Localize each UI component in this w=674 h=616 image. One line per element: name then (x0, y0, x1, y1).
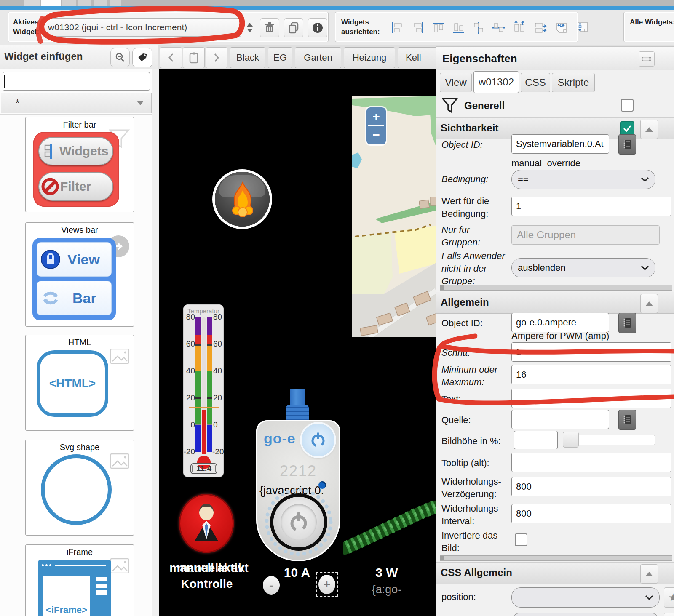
manual-control-widget[interactable] (179, 494, 234, 553)
ampere-decrement-button[interactable]: - (263, 576, 280, 595)
view-tab-garten[interactable]: Garten (295, 47, 341, 68)
selected-widget-outline[interactable]: + (316, 572, 338, 597)
distribute-horizontal-button[interactable] (512, 21, 527, 35)
bildhoehe-input[interactable] (514, 431, 558, 449)
sidebar-scroll-gutter[interactable] (152, 69, 159, 616)
css-collapse-button[interactable] (640, 564, 658, 584)
widget-card-svg-shape[interactable]: Svg shape (25, 440, 134, 536)
sichtbarkeit-checkbox[interactable] (620, 121, 634, 136)
html-preview: <HTML> (37, 350, 108, 417)
align-center-vertical-button[interactable] (472, 21, 485, 34)
view-tab-black[interactable]: Black (230, 47, 265, 68)
map-zoom-in-button[interactable]: + (366, 107, 386, 125)
same-width-button[interactable] (554, 21, 569, 35)
charger-power-led-button[interactable] (302, 424, 334, 456)
fire-button-widget[interactable] (215, 172, 270, 227)
widget-card-filter-bar[interactable]: Filter bar Widgets Filter (25, 117, 134, 212)
allgemein-collapse-button[interactable] (640, 294, 658, 313)
view-clipboard-button[interactable] (183, 47, 205, 68)
power-button-inner (281, 504, 317, 540)
copy-widget-button[interactable] (284, 18, 303, 37)
tick-label: 0 (185, 420, 195, 429)
widget-card-views-bar[interactable]: Views bar View Bar (25, 222, 134, 327)
section-resizer[interactable] (440, 555, 672, 561)
invertiere-checkbox[interactable] (515, 533, 527, 546)
align-center-horizontal-button[interactable] (492, 21, 506, 34)
next-css-button[interactable] (664, 613, 674, 616)
sidebar-header: Widget einfügen (0, 45, 158, 70)
gruppen-button[interactable]: Alle Gruppen (511, 225, 660, 245)
filter-bar-preview: Widgets Filter (33, 132, 119, 207)
widget-card-html[interactable]: HTML <HTML> (25, 335, 134, 431)
object-id1-select-button[interactable] (618, 134, 636, 155)
same-height-button[interactable] (575, 21, 590, 35)
view-canvas[interactable]: + − Temperatur 80 60 40 20 0 -20 80 60 4… (159, 69, 436, 616)
row-label: Mininum oder Maximum: (441, 363, 509, 389)
widget-card-iframe[interactable]: iFrame <iFrame> (25, 544, 134, 616)
chevron-up-icon (645, 127, 653, 132)
tooltip-input[interactable] (511, 453, 671, 472)
props-tab-skripte[interactable]: Skripte (552, 73, 595, 92)
distribute-vertical-button[interactable] (533, 21, 548, 35)
bildhoehe-slider-track[interactable] (567, 435, 655, 445)
widget-search-button[interactable] (110, 48, 130, 67)
view-tab-eg[interactable]: EG (268, 47, 292, 68)
props-tab-widget[interactable]: w01302 (473, 71, 519, 93)
bedingung-select[interactable]: == (511, 170, 655, 189)
tab-stub[interactable] (62, 0, 76, 6)
wert-input[interactable] (511, 197, 671, 216)
bildhoehe-slider-handle[interactable] (563, 432, 579, 448)
next-css-select[interactable] (511, 613, 660, 616)
tab-stub[interactable] (110, 0, 121, 6)
panel-dock-button[interactable] (639, 51, 655, 67)
interval-input[interactable] (511, 504, 671, 523)
spinner-down-icon (247, 29, 253, 32)
power-icon (309, 431, 327, 449)
view-prev-button[interactable] (160, 47, 182, 68)
tab-stub[interactable] (94, 0, 107, 6)
tab-stub[interactable] (78, 0, 91, 6)
view-tab-heizung[interactable]: Heizung (344, 47, 395, 68)
align-top-button[interactable] (431, 21, 445, 34)
thermometer-widget[interactable]: Temperatur 80 60 40 20 0 -20 80 60 40 20… (183, 304, 224, 477)
props-tab-view[interactable]: View (440, 73, 472, 92)
props-tab-css[interactable]: CSS (521, 73, 550, 92)
object-id2-select-button[interactable] (618, 313, 636, 333)
views-bar-preview: View Bar (32, 238, 116, 320)
position-favorite-button[interactable]: ★ (664, 587, 674, 608)
text-input[interactable] (511, 389, 671, 408)
view-next-button[interactable] (206, 47, 227, 68)
object-id1-input[interactable] (511, 134, 609, 154)
widget-search-input[interactable] (3, 72, 150, 91)
widget-tag-filter-button[interactable] (132, 48, 152, 67)
generell-checkbox[interactable] (621, 99, 634, 112)
minmax-input[interactable] (511, 365, 671, 384)
map-widget[interactable]: + − (352, 96, 436, 337)
thermometer-scale-right (207, 317, 212, 452)
position-select[interactable] (511, 587, 660, 608)
schritt-input[interactable] (511, 342, 671, 362)
active-widget-select[interactable]: w01302 (jqui - ctrl - Icon Increment) (43, 18, 241, 37)
tab-stub-active[interactable] (41, 0, 61, 6)
widget-filter-select[interactable]: * (1, 93, 152, 113)
charger-power-button[interactable] (273, 497, 324, 547)
align-bottom-button[interactable] (452, 21, 465, 34)
iframe-preview: <iFrame> (38, 560, 111, 616)
quelle-input[interactable] (511, 410, 609, 429)
delete-widget-button[interactable] (260, 18, 279, 37)
widget-info-button[interactable] (308, 18, 327, 37)
falls-select[interactable]: ausblenden (511, 258, 655, 277)
section-resizer[interactable] (440, 285, 672, 291)
map-zoom-out-button[interactable]: − (366, 126, 386, 144)
tab-stub[interactable] (24, 0, 40, 6)
active-widget-spinner[interactable] (244, 19, 256, 36)
align-left-button[interactable] (391, 21, 404, 34)
tick-label: 60 (213, 339, 225, 349)
verzoegerung-input[interactable] (511, 477, 671, 496)
sichtbarkeit-collapse-button[interactable] (640, 120, 658, 139)
ampere-increment-button[interactable]: + (318, 575, 335, 594)
thermometer-value: 11.4 (190, 463, 217, 474)
quelle-select-button[interactable] (618, 410, 636, 430)
widget-palette: * Filter bar Widgets Filter Views bar (0, 69, 152, 616)
align-right-button[interactable] (411, 21, 425, 34)
